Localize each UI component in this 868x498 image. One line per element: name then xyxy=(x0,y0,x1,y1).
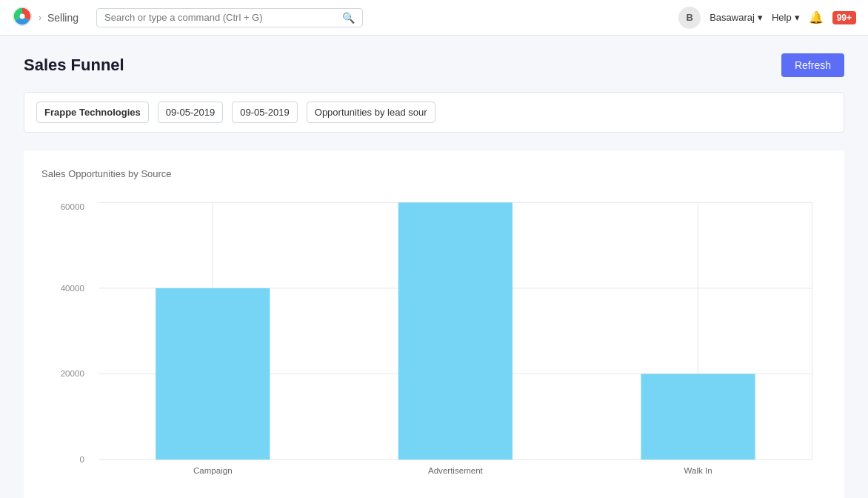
page-title: Sales Funnel xyxy=(24,56,124,75)
company-filter[interactable]: Frappe Technologies xyxy=(36,102,149,123)
chart-wrapper: 0 20000 40000 60000 Campaign xyxy=(41,197,827,494)
help-menu[interactable]: Help ▾ xyxy=(772,12,800,23)
svg-point-1 xyxy=(20,14,25,19)
filter-bar: Frappe Technologies 09-05-2019 09-05-201… xyxy=(24,92,844,133)
chevron-down-icon: ▾ xyxy=(795,12,800,23)
bar-advertisement[interactable] xyxy=(398,202,513,459)
bar-walkin[interactable] xyxy=(641,374,755,460)
svg-text:0: 0 xyxy=(79,455,84,464)
app-logo[interactable] xyxy=(12,6,33,29)
avatar[interactable]: B xyxy=(678,7,701,29)
user-menu[interactable]: Basawaraj ▾ xyxy=(710,12,763,23)
from-date-filter[interactable]: 09-05-2019 xyxy=(158,102,224,123)
group-by-filter[interactable]: Opportunities by lead sour xyxy=(307,102,435,123)
module-label[interactable]: Selling xyxy=(47,12,79,24)
chart-title: Sales Opportunities by Source xyxy=(41,168,827,179)
bar-campaign[interactable] xyxy=(156,288,270,459)
to-date-filter[interactable]: 09-05-2019 xyxy=(232,102,298,123)
refresh-button[interactable]: Refresh xyxy=(781,53,844,77)
svg-text:60000: 60000 xyxy=(61,202,84,211)
page-header: Sales Funnel Refresh xyxy=(24,53,844,77)
search-input[interactable] xyxy=(104,12,338,23)
bar-chart: 0 20000 40000 60000 Campaign xyxy=(41,197,827,494)
notification-bell[interactable]: 🔔 xyxy=(809,10,824,24)
top-navigation: › Selling 🔍 B Basawaraj ▾ Help ▾ 🔔 99+ xyxy=(0,0,868,36)
chevron-down-icon: ▾ xyxy=(758,12,763,23)
svg-text:Advertisement: Advertisement xyxy=(428,466,484,475)
svg-text:Campaign: Campaign xyxy=(193,466,233,475)
svg-text:Walk In: Walk In xyxy=(684,466,712,475)
search-bar[interactable]: 🔍 xyxy=(96,8,363,27)
notification-badge[interactable]: 99+ xyxy=(832,11,856,24)
svg-text:40000: 40000 xyxy=(61,284,84,293)
chart-section: Sales Opportunities by Source 0 20000 40… xyxy=(24,150,844,498)
search-icon: 🔍 xyxy=(342,12,355,24)
svg-text:20000: 20000 xyxy=(61,369,84,378)
breadcrumb-chevron: › xyxy=(39,13,41,23)
